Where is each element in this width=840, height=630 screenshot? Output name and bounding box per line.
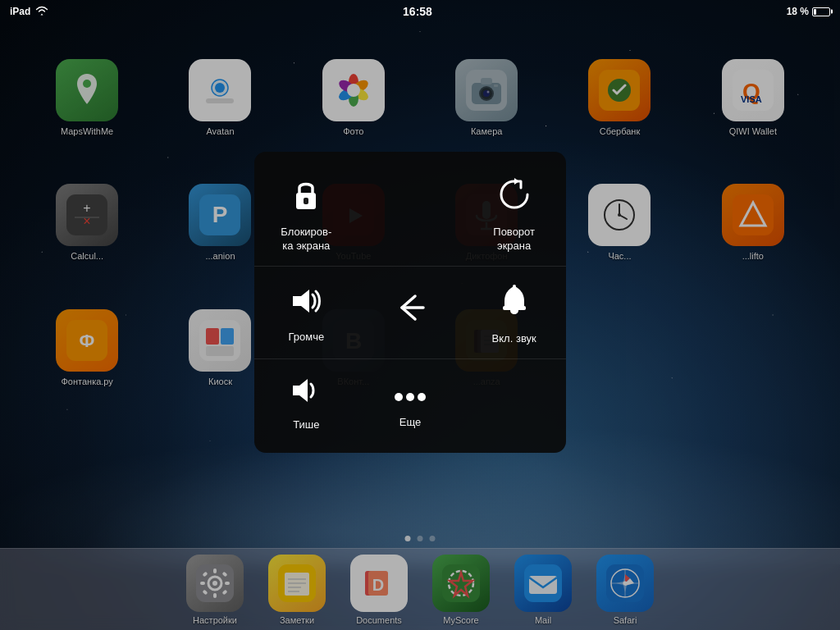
carrier-label: iPad [10, 6, 30, 17]
bell-icon [498, 283, 531, 324]
svg-point-68 [395, 393, 403, 401]
dots-icon [392, 378, 428, 408]
svg-rect-65 [503, 306, 526, 310]
popup-volume-up[interactable]: Громче [254, 267, 358, 358]
popup-center-1 [358, 160, 463, 266]
battery-icon [812, 7, 830, 16]
popup-more[interactable]: Еще [358, 359, 463, 445]
popup-sound-on[interactable]: Вкл. звук [462, 267, 566, 358]
popup-lock-screen[interactable]: Блокиров-ка экрана [254, 160, 358, 266]
popup-rotate-screen[interactable]: Поворотэкрана [462, 160, 566, 266]
volume-up-label: Громче [288, 331, 324, 345]
popup-volume-down[interactable]: Тише [254, 359, 358, 445]
popup-back[interactable] [358, 267, 463, 358]
wifi-icon [35, 6, 48, 18]
rotate-screen-label: Поворотэкрана [493, 226, 535, 253]
popup-row-1: Блокиров-ка экрана Поворотэкрана [254, 160, 566, 267]
rotate-icon [496, 176, 532, 217]
popup-empty-3 [462, 359, 566, 445]
more-label: Еще [399, 416, 421, 430]
lock-screen-label: Блокиров-ка экрана [281, 226, 331, 253]
svg-point-69 [406, 393, 414, 401]
sound-on-label: Вкл. звук [492, 332, 536, 346]
volume-up-icon [286, 285, 326, 322]
status-time: 16:58 [403, 5, 432, 18]
svg-point-70 [418, 393, 426, 401]
volume-down-icon [288, 376, 324, 410]
svg-marker-64 [293, 290, 309, 313]
svg-rect-63 [304, 198, 308, 204]
popup-row-2: Громче Вкл. звук [254, 267, 566, 359]
status-bar: iPad 16:58 18 % [0, 0, 840, 23]
svg-marker-67 [293, 379, 308, 402]
popup-menu: Блокиров-ка экрана Поворотэкрана [254, 152, 566, 453]
volume-down-label: Тише [293, 418, 319, 432]
back-arrow-icon [394, 293, 427, 327]
battery-percentage: 18 % [787, 6, 809, 17]
lock-icon [290, 176, 322, 217]
svg-rect-66 [513, 285, 516, 288]
popup-row-3: Тише Еще [254, 359, 566, 445]
status-right: 18 % [787, 6, 830, 17]
status-left: iPad [10, 6, 48, 18]
